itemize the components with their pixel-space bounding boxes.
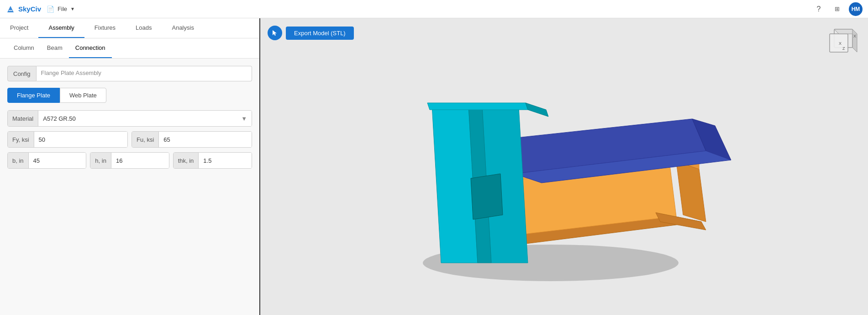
svg-marker-22	[526, 103, 548, 117]
avatar[interactable]: HM	[849, 2, 863, 16]
fy-field: Fy, ksi	[7, 131, 128, 148]
fu-field: Fu, ksi	[132, 131, 252, 148]
svg-marker-12	[676, 161, 706, 222]
h-label: h, in	[90, 153, 111, 168]
b-label: b, in	[8, 153, 29, 168]
tab-fixtures[interactable]: Fixtures	[84, 18, 126, 38]
svg-marker-21	[427, 103, 528, 110]
h-input[interactable]	[111, 153, 169, 168]
fy-label: Fy, ksi	[8, 132, 34, 147]
scene-svg	[359, 39, 770, 295]
tab-assembly[interactable]: Assembly	[38, 18, 84, 38]
h-field: h, in	[90, 152, 169, 169]
tab-analysis[interactable]: Analysis	[162, 18, 204, 38]
web-plate-button[interactable]: Web Plate	[60, 88, 106, 103]
fu-label: Fu, ksi	[132, 132, 159, 147]
config-label: Config	[7, 66, 37, 81]
tab-project[interactable]: Project	[0, 18, 38, 38]
svg-text:X: X	[839, 41, 842, 46]
3d-scene	[260, 18, 868, 315]
main-layout: Project Assembly Fixtures Loads Analysis…	[0, 18, 868, 315]
b-input[interactable]	[29, 153, 87, 168]
help-button[interactable]: ?	[812, 3, 825, 16]
svg-text:Z: Z	[842, 46, 845, 51]
dimensions-row: b, in h, in thk, in	[7, 152, 252, 169]
svg-text:X: X	[853, 34, 856, 38]
left-panel: Project Assembly Fixtures Loads Analysis…	[0, 18, 260, 315]
topbar: SkyCiv 📄 File ▼ ? ⊞ HM	[0, 0, 868, 18]
material-select-wrapper: A572 GR.50 A36 A992 A500 ▼	[38, 111, 252, 126]
material-label: Material	[8, 111, 38, 126]
tab-loads[interactable]: Loads	[126, 18, 162, 38]
plate-toggle-group: Flange Plate Web Plate	[7, 88, 252, 103]
fu-input[interactable]	[159, 132, 252, 147]
grid-icon: ⊞	[835, 5, 840, 12]
export-button[interactable]: Export Model (STL)	[286, 27, 354, 40]
view-toolbar: Export Model (STL)	[268, 26, 354, 40]
right-panel: Export Model (STL) X X Z	[260, 18, 868, 315]
flange-plate-button[interactable]: Flange Plate	[7, 88, 60, 103]
thk-field: thk, in	[173, 152, 252, 169]
subtab-connection[interactable]: Connection	[69, 38, 112, 58]
svg-marker-3	[852, 29, 857, 52]
top-tabs: Project Assembly Fixtures Loads Analysis	[0, 18, 259, 38]
subtab-beam[interactable]: Beam	[41, 38, 69, 58]
logo-text: SkyCiv	[18, 5, 41, 13]
config-value: Flange Plate Assembly	[37, 66, 252, 81]
logo-icon	[5, 4, 16, 14]
thk-input[interactable]	[199, 153, 252, 168]
svg-marker-23	[471, 174, 503, 219]
fy-input[interactable]	[34, 132, 127, 147]
config-row: Config Flange Plate Assembly	[7, 66, 252, 81]
sub-tabs: Column Beam Connection	[0, 38, 259, 59]
file-label: File	[58, 5, 67, 12]
material-field: Material A572 GR.50 A36 A992 A500 ▼	[7, 110, 252, 127]
thk-label: thk, in	[174, 153, 199, 168]
view-cube[interactable]: X X Z	[825, 25, 862, 61]
avatar-initials: HM	[852, 6, 860, 12]
logo: SkyCiv	[5, 4, 41, 14]
file-menu[interactable]: 📄 File ▼	[47, 5, 75, 13]
material-select[interactable]: A572 GR.50 A36 A992 A500	[38, 111, 252, 126]
help-icon: ?	[817, 5, 821, 13]
grid-button[interactable]: ⊞	[831, 3, 843, 16]
fy-fu-row: Fy, ksi Fu, ksi	[7, 131, 252, 148]
subtab-column[interactable]: Column	[7, 38, 41, 58]
cursor-button[interactable]	[268, 26, 282, 40]
cursor-icon	[271, 29, 279, 37]
b-field: b, in	[7, 152, 86, 169]
panel-content: Config Flange Plate Assembly Flange Plat…	[0, 59, 259, 315]
view-cube-svg: X X Z	[825, 25, 862, 61]
material-row: Material A572 GR.50 A36 A992 A500 ▼	[7, 110, 252, 127]
